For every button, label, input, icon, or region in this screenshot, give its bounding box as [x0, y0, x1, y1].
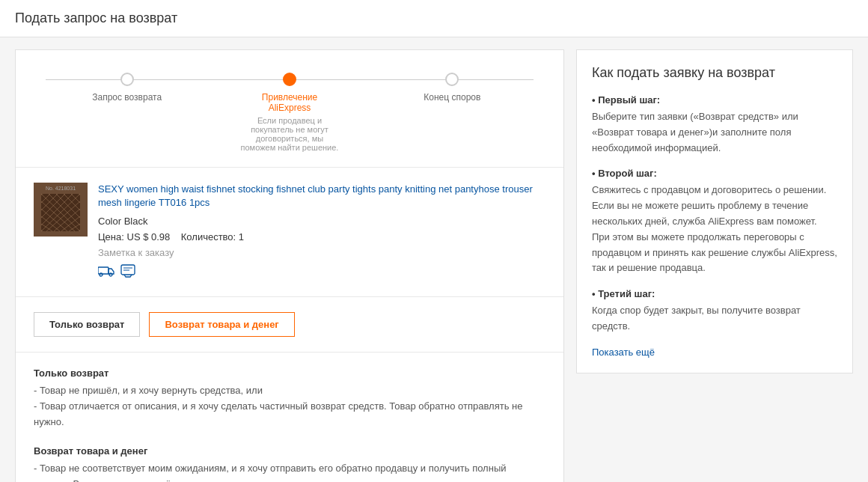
- info-block-2: Возврат товара и денег - Товар не соотве…: [34, 445, 545, 482]
- info-block-1-text: - Товар не пришёл, и я хочу вернуть сред…: [34, 383, 545, 430]
- show-more-link[interactable]: Показать ещё: [592, 347, 655, 358]
- product-section: No. 4218031 SEXY women high waist fishne…: [16, 168, 563, 297]
- product-note: Заметка к заказу: [98, 247, 545, 258]
- right-step-1-text: Выберите тип заявки («Возврат средств» и…: [592, 109, 837, 156]
- step-2-circle: [283, 73, 296, 86]
- info-block-1-line-1: - Товар не пришёл, и я хочу вернуть сред…: [34, 383, 545, 399]
- info-block-2-line-1: - Товар не соответствует моим ожиданиям,…: [34, 461, 545, 482]
- product-title: SEXY women high waist fishnet stocking f…: [98, 183, 545, 210]
- right-step-3: • Третий шаг: Когда спор будет закрыт, в…: [592, 288, 837, 335]
- svg-text:No. 4218031: No. 4218031: [46, 186, 76, 191]
- icon-truck[interactable]: [98, 264, 114, 281]
- info-block-1-line-2: - Товар отличается от описания, и я хочу…: [34, 399, 545, 430]
- svg-point-23: [109, 273, 112, 276]
- color-value: Black: [124, 216, 148, 227]
- right-step-3-title: • Третий шаг:: [592, 288, 837, 299]
- page-title: Подать запрос на возврат: [0, 0, 868, 37]
- right-step-2: • Второй шаг: Свяжитесь с продавцом и до…: [592, 168, 837, 276]
- info-block-1: Только возврат - Товар не пришёл, и я хо…: [34, 367, 545, 430]
- progress-section: Запрос возврата Привлечение AliExpress Е…: [16, 50, 563, 168]
- step-3-label: Конец споров: [424, 92, 480, 103]
- info-block-1-title: Только возврат: [34, 367, 545, 379]
- right-panel-title: Как подать заявку на возврат: [592, 65, 837, 81]
- info-block-2-text: - Товар не соответствует моим ожиданиям,…: [34, 461, 545, 482]
- refund-return-button[interactable]: Возврат товара и денег: [149, 312, 294, 337]
- buttons-section: Только возврат Возврат товара и денег: [16, 297, 563, 353]
- refund-only-button[interactable]: Только возврат: [34, 312, 140, 337]
- right-step-1: • Первый шаг: Выберите тип заявки («Возв…: [592, 94, 837, 156]
- price-value: US $ 0.98: [127, 231, 171, 242]
- right-panel: Как подать заявку на возврат • Первый ша…: [576, 49, 853, 373]
- svg-point-22: [100, 273, 103, 276]
- quantity-value: 1: [239, 231, 244, 242]
- step-1-circle: [120, 73, 134, 86]
- product-color: Color Black: [98, 216, 545, 227]
- product-price-row: Цена: US $ 0.98 Количество: 1: [98, 231, 545, 242]
- product-image: No. 4218031: [34, 183, 88, 237]
- right-step-1-title: • Первый шаг:: [592, 94, 837, 106]
- step-3: Конец споров: [371, 73, 534, 103]
- right-step-2-text: Свяжитесь с продавцом и договоритесь о р…: [592, 183, 837, 276]
- left-panel: Запрос возврата Привлечение AliExpress Е…: [15, 49, 564, 482]
- svg-rect-21: [98, 267, 109, 274]
- right-step-3-text: Когда спор будет закрыт, вы получите воз…: [592, 303, 837, 335]
- color-label: Color: [98, 216, 121, 227]
- product-info: SEXY women high waist fishnet stocking f…: [98, 183, 545, 281]
- step-1-label: Запрос возврата: [92, 92, 162, 103]
- step-2: Привлечение AliExpress Если продавец и п…: [208, 73, 370, 152]
- step-2-label: Привлечение AliExpress: [245, 92, 334, 113]
- step-1: Запрос возврата: [46, 73, 208, 103]
- step-3-circle: [445, 73, 459, 86]
- quantity-label: Количество:: [181, 231, 236, 242]
- right-step-2-title: • Второй шаг:: [592, 168, 837, 179]
- step-2-sub: Если продавец и покупатель не могут дого…: [237, 116, 342, 152]
- info-section: Только возврат - Товар не пришёл, и я хо…: [16, 353, 563, 482]
- icon-message[interactable]: [120, 264, 135, 281]
- info-block-2-title: Возврат товара и денег: [34, 445, 545, 457]
- product-icons: [98, 264, 545, 281]
- price-label: Цена:: [98, 231, 124, 242]
